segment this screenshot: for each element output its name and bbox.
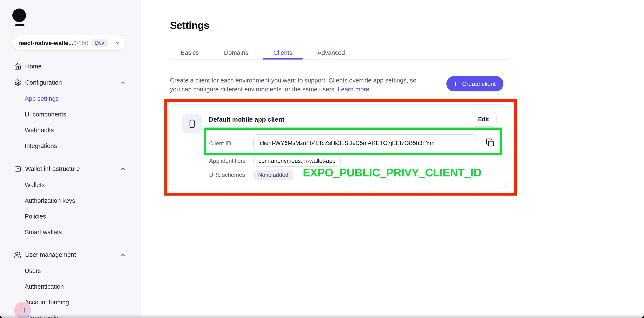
- sidebar-item-policies[interactable]: Policies: [0, 208, 140, 224]
- sidebar-item-configuration[interactable]: Configuration: [0, 74, 140, 91]
- url-schemes-label: URL schemes: [209, 172, 245, 178]
- client-card: Default mobile app client Edit Client ID…: [170, 104, 508, 188]
- sidebar-item-authorization-keys[interactable]: Authorization keys: [0, 193, 140, 208]
- tab-advanced[interactable]: Advanced: [307, 46, 356, 59]
- home-icon: [14, 63, 21, 70]
- sidebar: react-native-walle... 0/150 Dev Home Con…: [0, 0, 141, 318]
- sidebar-item-label: Account funding: [25, 299, 69, 306]
- sidebar-item-label: Webhooks: [25, 127, 54, 133]
- env-badge: Dev: [92, 38, 108, 47]
- description-line: Create a client for each environment you…: [170, 77, 416, 84]
- main-content: Settings Basics Domains Clients Advanced…: [141, 0, 644, 318]
- sidebar-item-label: Configuration: [25, 79, 62, 86]
- edit-button[interactable]: Edit: [470, 112, 497, 127]
- create-client-label: Create client: [462, 80, 496, 87]
- page-title: Settings: [170, 19, 209, 31]
- learn-more-link[interactable]: Learn more: [338, 86, 369, 93]
- description-line: you can configure different environments…: [170, 86, 336, 93]
- sidebar-item-label: Global wallet: [25, 315, 60, 318]
- app-selector[interactable]: react-native-walle... 0/150 Dev: [12, 35, 126, 51]
- chevron-up-icon: [120, 252, 126, 258]
- sidebar-item-label: Integrations: [25, 142, 57, 149]
- tab-bar: Basics Domains Clients Advanced: [170, 46, 509, 59]
- sidebar-item-ui-components[interactable]: UI components: [0, 106, 140, 122]
- smartphone-icon: [182, 114, 202, 134]
- create-client-button[interactable]: Create client: [446, 76, 503, 91]
- app-usage-count: 0/150: [73, 39, 88, 46]
- sidebar-nav: Home Configuration App settings UI compo…: [0, 58, 140, 318]
- chevron-up-icon: [120, 79, 126, 85]
- tab-label: Clients: [274, 49, 292, 56]
- chevron-up-icon: [120, 166, 126, 172]
- client-card-title: Default mobile app client: [209, 116, 284, 123]
- sidebar-item-label: Home: [25, 63, 42, 70]
- sidebar-item-webhooks[interactable]: Webhooks: [0, 122, 140, 138]
- sidebar-item-smart-wallets[interactable]: Smart wallets: [0, 224, 140, 240]
- clients-description: Create a client for each environment you…: [170, 76, 416, 94]
- sidebar-item-label: App settings: [25, 95, 59, 102]
- tab-label: Basics: [180, 49, 199, 56]
- app-identifiers-label: App identifiers: [209, 158, 246, 164]
- user-avatar[interactable]: H: [14, 302, 31, 318]
- sidebar-item-label: Smart wallets: [25, 228, 62, 235]
- sidebar-item-label: User management: [25, 251, 76, 258]
- sidebar-item-label: Policies: [25, 213, 46, 220]
- sidebar-item-user-management[interactable]: User management: [0, 247, 140, 263]
- sidebar-item-label: Users: [25, 267, 41, 274]
- url-schemes-badge: None added: [254, 170, 293, 180]
- sidebar-item-label: UI components: [25, 111, 66, 118]
- avatar-initial: H: [20, 307, 25, 314]
- client-id-input[interactable]: [254, 134, 477, 151]
- chevron-down-icon: [114, 39, 120, 46]
- sidebar-item-label: Wallets: [25, 181, 45, 188]
- tab-label: Advanced: [318, 49, 345, 56]
- app-window: react-native-walle... 0/150 Dev Home Con…: [0, 0, 644, 318]
- plus-icon: [452, 81, 459, 87]
- app-identifier-badge: com.anonymous.rn-wallet-app: [254, 155, 341, 167]
- tab-label: Domains: [224, 49, 248, 56]
- gear-icon: [14, 79, 21, 86]
- sidebar-item-authentication[interactable]: Authentication: [0, 279, 140, 294]
- sidebar-item-users[interactable]: Users: [0, 263, 140, 279]
- sidebar-item-label: Authorization keys: [25, 197, 75, 204]
- sidebar-item-integrations[interactable]: Integrations: [0, 138, 140, 154]
- tab-domains[interactable]: Domains: [213, 46, 259, 59]
- sidebar-item-label: Wallet infrastructure: [25, 165, 80, 172]
- wallet-icon: [14, 165, 21, 172]
- sidebar-item-wallets[interactable]: Wallets: [0, 177, 140, 193]
- privy-logo: [12, 8, 27, 29]
- sidebar-item-label: Authentication: [25, 283, 64, 290]
- tab-clients[interactable]: Clients: [263, 46, 303, 59]
- sidebar-item-wallet-infrastructure[interactable]: Wallet infrastructure: [0, 161, 140, 177]
- sidebar-item-app-settings[interactable]: App settings: [0, 91, 140, 106]
- tab-basics[interactable]: Basics: [170, 46, 209, 59]
- sidebar-item-home[interactable]: Home: [0, 58, 140, 74]
- copy-icon[interactable]: [486, 138, 494, 147]
- users-icon: [14, 251, 21, 258]
- client-id-label: Client ID: [209, 140, 231, 147]
- app-name: react-native-walle...: [18, 39, 73, 46]
